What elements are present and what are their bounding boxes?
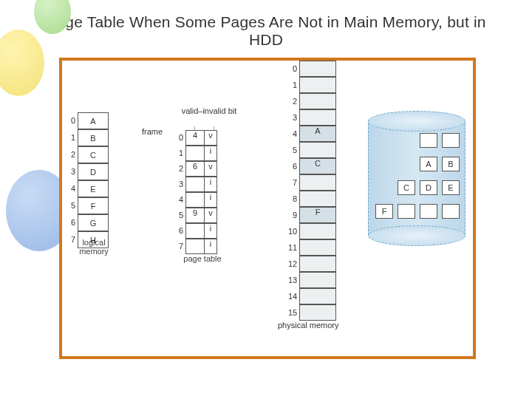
page-title: Page Table When Some Pages Are Not in Ma… <box>0 0 532 55</box>
row-index: 7 <box>66 236 75 244</box>
frame-cell: 4 <box>185 130 205 146</box>
physical-frame-cell <box>299 304 336 321</box>
disk-block: B <box>442 157 460 171</box>
row-index: 9 <box>288 211 297 219</box>
disk-block: A <box>420 157 437 171</box>
row-index: 15 <box>288 309 297 317</box>
disk-block <box>420 204 437 219</box>
physical-frame-cell <box>299 174 336 191</box>
frame-column-label: frame <box>142 127 163 136</box>
row-index: 8 <box>288 195 297 203</box>
physical-frame-cell <box>299 239 336 256</box>
disk-block: F <box>375 204 393 219</box>
physical-memory-table: 01234A56C789F101112131415 <box>288 61 336 321</box>
row-index: 5 <box>66 202 75 210</box>
logical-page-cell: F <box>78 198 109 214</box>
diagram-stage: 0A1B2C3D4E5F6G7H logical memory frame va… <box>59 58 476 359</box>
row-index: 2 <box>174 165 183 173</box>
row-index: 2 <box>288 98 297 106</box>
physical-frame-cell <box>299 223 336 239</box>
logical-memory-label: logical memory <box>75 238 112 256</box>
disk-block: E <box>442 180 460 195</box>
valid-bit-cell: i <box>205 146 217 161</box>
row-index: 14 <box>288 293 297 301</box>
physical-frame-cell: C <box>299 158 336 174</box>
valid-bit-cell: v <box>205 161 217 177</box>
row-index: 6 <box>66 219 75 227</box>
page-table: 04v1i26v3i4i59v6i7i <box>174 130 217 254</box>
disk-top-ellipse <box>368 111 466 132</box>
logical-page-cell: B <box>78 130 109 146</box>
row-index: 11 <box>288 244 297 252</box>
physical-frame-cell <box>299 272 336 288</box>
row-index: 3 <box>66 168 75 176</box>
physical-frame-cell <box>299 256 336 272</box>
logical-page-cell: E <box>78 181 109 197</box>
valid-bit-cell: i <box>205 192 217 208</box>
physical-frame-cell <box>299 142 336 158</box>
physical-frame-cell <box>299 191 336 207</box>
disk-block: C <box>398 180 415 195</box>
page-table-label: page table <box>180 254 225 263</box>
row-index: 7 <box>174 242 183 250</box>
logical-memory-table: 0A1B2C3D4E5F6G7H <box>66 112 109 248</box>
logical-page-cell: D <box>78 164 109 180</box>
valid-bit-cell: i <box>205 223 217 239</box>
row-index: 13 <box>288 276 297 284</box>
frame-cell <box>185 223 205 239</box>
logical-page-cell: G <box>78 215 109 231</box>
logical-page-cell: A <box>78 113 109 129</box>
disk-block: D <box>420 180 437 195</box>
valid-bit-cell: v <box>205 130 217 146</box>
disk-block <box>442 204 460 219</box>
row-index: 3 <box>174 180 183 188</box>
row-index: 12 <box>288 260 297 268</box>
physical-frame-cell <box>299 61 336 77</box>
logical-page-cell: C <box>78 147 109 163</box>
physical-memory-label: physical memory <box>278 321 339 330</box>
row-index: 1 <box>66 134 75 142</box>
row-index: 6 <box>174 227 183 235</box>
disk-bottom-ellipse <box>368 225 466 246</box>
frame-cell <box>185 239 205 254</box>
physical-frame-cell <box>299 77 336 93</box>
row-index: 1 <box>288 81 297 89</box>
valid-bit-cell: i <box>205 239 217 254</box>
disk-cylinder: ABCDEF <box>368 111 464 244</box>
disk-block <box>442 133 460 148</box>
physical-frame-cell <box>299 288 336 304</box>
physical-frame-cell: A <box>299 126 336 142</box>
row-index: 6 <box>288 163 297 171</box>
valid-bit-cell: i <box>205 177 217 192</box>
row-index: 0 <box>288 65 297 73</box>
frame-cell <box>185 177 205 192</box>
frame-cell <box>185 146 205 161</box>
valid-bit-column-label: valid–invalid bit <box>180 106 238 115</box>
row-index: 7 <box>288 179 297 187</box>
row-index: 10 <box>288 228 297 236</box>
row-index: 1 <box>174 149 183 157</box>
disk-block <box>398 204 415 219</box>
row-index: 4 <box>174 196 183 204</box>
row-index: 3 <box>288 114 297 122</box>
disk-block <box>420 133 437 148</box>
frame-cell <box>185 192 205 208</box>
row-index: 2 <box>66 151 75 159</box>
physical-frame-cell: F <box>299 207 336 223</box>
physical-frame-cell <box>299 109 336 126</box>
frame-cell: 6 <box>185 161 205 177</box>
physical-frame-cell <box>299 93 336 109</box>
row-index: 5 <box>288 146 297 154</box>
row-index: 0 <box>174 134 183 142</box>
row-index: 4 <box>288 130 297 138</box>
row-index: 5 <box>174 211 183 219</box>
valid-bit-cell: v <box>205 208 217 223</box>
frame-cell: 9 <box>185 208 205 223</box>
row-index: 4 <box>66 185 75 193</box>
row-index: 0 <box>66 117 75 125</box>
